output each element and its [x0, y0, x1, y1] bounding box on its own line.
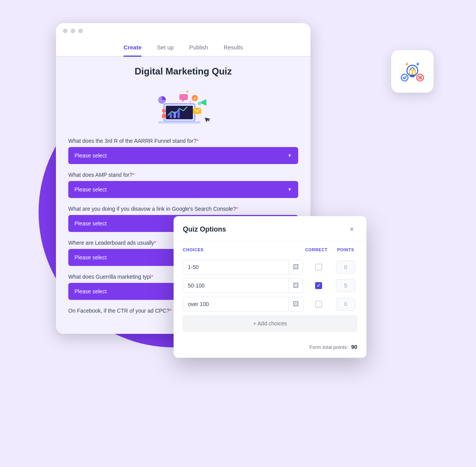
tab-publish[interactable]: Publish [189, 39, 208, 56]
form-total-label: Form total points: [309, 344, 348, 350]
choice-checkbox-3[interactable] [307, 301, 330, 308]
correct-checkbox-3[interactable] [315, 301, 322, 308]
modal-body: CHOICES CORRECT POINTS 🖼 🖼 [174, 241, 366, 339]
choice-image-button-1[interactable]: 🖼 [289, 261, 303, 274]
question-select-1[interactable]: Please select ▼ [68, 147, 298, 164]
choice-points-3 [334, 298, 357, 311]
tab-create[interactable]: Create [123, 39, 142, 56]
modal-header: Quiz Options × [174, 216, 366, 241]
add-choices-button[interactable]: + Add choices [183, 315, 357, 332]
choice-input-3[interactable] [183, 297, 289, 311]
choice-image-button-2[interactable]: 🖼 [289, 279, 303, 292]
choice-checkbox-2[interactable] [307, 282, 330, 289]
question-select-2[interactable]: Please select ▼ [68, 181, 298, 198]
browser-titlebar [56, 23, 311, 39]
svg-rect-13 [170, 113, 172, 118]
column-label-choices: CHOICES [183, 247, 281, 252]
browser-dot-red [63, 29, 68, 33]
svg-text:★: ★ [185, 89, 189, 94]
svg-rect-14 [174, 112, 176, 118]
digital-marketing-illustration: ⬈ ★ ✦ [152, 85, 214, 127]
svg-text:✦: ✦ [189, 100, 192, 104]
choice-input-wrap-2: 🖼 [183, 278, 303, 293]
choice-input-2[interactable] [183, 279, 289, 293]
tab-results[interactable]: Results [224, 39, 243, 56]
correct-checkbox-1[interactable] [315, 264, 322, 271]
chevron-down-icon-1: ▼ [287, 153, 292, 158]
browser-dot-yellow [71, 29, 75, 33]
question-label-1: What does the 3rd R of the AARRR Funnel … [68, 138, 298, 144]
question-block-2: What does AMP stand for?* Please select … [68, 172, 298, 198]
svg-rect-16 [179, 94, 188, 100]
choice-row-3: 🖼 [183, 297, 357, 311]
browser-dot-green [78, 29, 83, 33]
modal-footer: Form total points: 90 [174, 339, 366, 358]
select-placeholder-2: Please select [74, 186, 106, 193]
quiz-icon [398, 58, 426, 85]
choice-row-1: 🖼 [183, 260, 357, 274]
choice-points-1 [334, 261, 357, 274]
modal-title: Quiz Options [183, 225, 226, 234]
select-placeholder-5: Please select [74, 288, 106, 294]
select-placeholder-1: Please select [74, 152, 106, 159]
points-input-1[interactable] [336, 261, 355, 274]
quiz-icon-card [391, 50, 434, 93]
column-label-correct: CORRECT [305, 247, 328, 252]
svg-point-21 [162, 109, 166, 113]
svg-rect-22 [198, 102, 201, 105]
svg-text:⬈: ⬈ [193, 96, 196, 100]
points-input-3[interactable] [336, 298, 355, 311]
choice-input-1[interactable] [183, 260, 289, 274]
quiz-illustration-container: ⬈ ★ ✦ [68, 85, 298, 127]
tab-setup[interactable]: Set up [157, 39, 174, 56]
column-label-points: POINTS [334, 247, 357, 252]
tab-bar: Create Set up Publish Results [56, 39, 311, 57]
select-placeholder-3: Please select [74, 220, 106, 227]
choice-input-wrap-3: 🖼 [183, 297, 303, 311]
quiz-title: Digital Marketing Quiz [68, 66, 298, 77]
choice-input-wrap-1: 🖼 [183, 260, 303, 274]
points-input-2[interactable] [336, 279, 355, 292]
choice-points-2 [334, 279, 357, 292]
quiz-options-modal: Quiz Options × CHOICES CORRECT POINTS 🖼 [174, 216, 366, 358]
choice-image-button-3[interactable]: 🖼 [289, 298, 303, 311]
svg-rect-12 [158, 121, 201, 124]
question-label-3: What are you doing if you disavow a link… [68, 206, 298, 212]
choice-row-2: 🖼 [183, 278, 357, 293]
modal-close-button[interactable]: × [346, 224, 357, 235]
svg-point-2 [401, 74, 408, 81]
form-total-value: 90 [351, 344, 357, 350]
question-label-2: What does AMP stand for?* [68, 172, 298, 178]
modal-column-headers: CHOICES CORRECT POINTS [183, 247, 357, 256]
question-block-1: What does the 3rd R of the AARRR Funnel … [68, 138, 298, 164]
select-placeholder-4: Please select [74, 254, 106, 261]
correct-checkbox-2[interactable] [315, 282, 322, 289]
svg-rect-15 [177, 110, 180, 118]
choice-checkbox-1[interactable] [307, 264, 330, 271]
chevron-down-icon-2: ▼ [287, 187, 292, 192]
